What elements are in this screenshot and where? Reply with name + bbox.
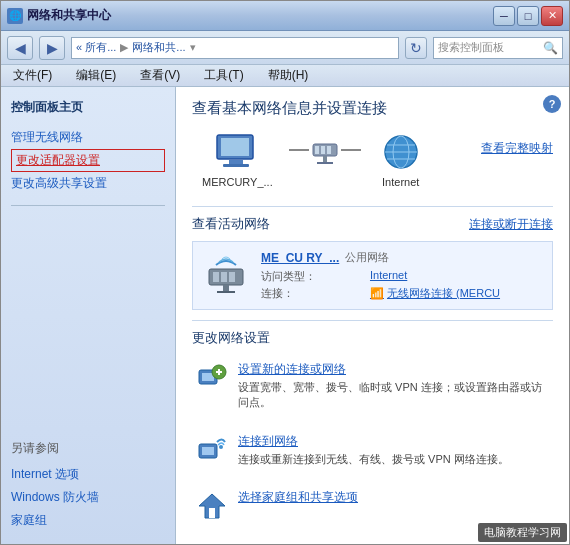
disconnect-link[interactable]: 连接或断开连接 [469, 216, 553, 233]
content-area: ? 查看基本网络信息并设置连接 [176, 87, 569, 544]
search-placeholder: 搜索控制面板 [438, 40, 541, 55]
homegroup-link[interactable]: 选择家庭组和共享选项 [238, 489, 358, 506]
sidebar-divider [11, 205, 165, 206]
svg-rect-6 [321, 146, 325, 154]
connect-network-link[interactable]: 连接到网络 [238, 433, 509, 450]
new-connection-link[interactable]: 设置新的连接或网络 [238, 361, 549, 378]
active-network-info: ME_CU RY_... 公用网络 访问类型： Internet 连接： 📶 无… [261, 250, 544, 301]
address-bar[interactable]: « 所有... ▶ 网络和共... ▾ [71, 37, 399, 59]
device-internet-label: Internet [382, 176, 419, 188]
menu-view[interactable]: 查看(V) [136, 65, 184, 86]
settings-item-2-text: 连接到网络 连接或重新连接到无线、有线、拨号或 VPN 网络连接。 [238, 433, 509, 467]
sidebar-link-adapter[interactable]: 更改适配器设置 [11, 149, 165, 172]
search-icon[interactable]: 🔍 [543, 41, 558, 55]
refresh-button[interactable]: ↻ [405, 37, 427, 59]
content-title: 查看基本网络信息并设置连接 [192, 99, 553, 118]
connection-value[interactable]: 📶 无线网络连接 (MERCU [370, 286, 544, 301]
breadcrumb-all: « 所有... [76, 40, 116, 55]
menu-tools[interactable]: 工具(T) [200, 65, 247, 86]
pc-icon [213, 132, 261, 172]
active-network-icon [201, 250, 251, 294]
svg-rect-5 [315, 146, 319, 154]
active-networks-title: 查看活动网络 [192, 215, 270, 233]
internet-icon [377, 132, 425, 172]
signal-icon: 📶 [370, 287, 384, 300]
minimize-button[interactable]: ─ [493, 6, 515, 26]
forward-button[interactable]: ▶ [39, 36, 65, 60]
connection-value-text: 无线网络连接 (MERCU [387, 286, 500, 301]
svg-rect-3 [223, 164, 249, 167]
active-network-panel: ME_CU RY_... 公用网络 访问类型： Internet 连接： 📶 无… [192, 241, 553, 310]
network-details: 访问类型： Internet 连接： 📶 无线网络连接 (MERCU [261, 269, 544, 301]
window-icon: 🌐 [7, 8, 23, 24]
sidebar-link-sharing[interactable]: 更改高级共享设置 [11, 172, 165, 195]
sidebar-link-wireless[interactable]: 管理无线网络 [11, 126, 165, 149]
settings-item-3: 选择家庭组和共享选项 [192, 483, 553, 527]
network-connector-1 [289, 136, 361, 184]
sidebar-ref-internet[interactable]: Internet 选项 [11, 463, 165, 486]
device-internet: Internet [377, 132, 425, 188]
toolbar: ◀ ▶ « 所有... ▶ 网络和共... ▾ ↻ 搜索控制面板 🔍 [1, 31, 569, 65]
network-diagram: MERCURY_... [192, 132, 435, 188]
divider-1 [192, 206, 553, 207]
menubar: 文件(F) 编辑(E) 查看(V) 工具(T) 帮助(H) [1, 65, 569, 87]
titlebar-left: 🌐 网络和共享中心 [7, 7, 111, 24]
close-button[interactable]: ✕ [541, 6, 563, 26]
svg-rect-9 [317, 162, 333, 164]
main-area: 控制面板主页 管理无线网络 更改适配器设置 更改高级共享设置 另请参阅 Inte… [1, 87, 569, 544]
svg-rect-2 [229, 160, 243, 164]
svg-rect-17 [221, 272, 227, 282]
settings-title: 更改网络设置 [192, 329, 553, 347]
menu-help[interactable]: 帮助(H) [264, 65, 313, 86]
access-type-label: 访问类型： [261, 269, 360, 284]
network-name[interactable]: ME_CU RY_... [261, 251, 339, 265]
window: 🌐 网络和共享中心 ─ □ ✕ ◀ ▶ « 所有... ▶ 网络和共... ▾ … [0, 0, 570, 545]
maximize-button[interactable]: □ [517, 6, 539, 26]
new-connection-icon [196, 361, 228, 393]
connect-network-desc: 连接或重新连接到无线、有线、拨号或 VPN 网络连接。 [238, 453, 509, 465]
connection-label: 连接： [261, 286, 360, 301]
breadcrumb-dropdown[interactable]: ▾ [190, 41, 196, 54]
svg-rect-16 [213, 272, 219, 282]
settings-item-3-text: 选择家庭组和共享选项 [238, 489, 358, 521]
sidebar-section-title: 控制面板主页 [11, 99, 165, 116]
sidebar-ref-title: 另请参阅 [11, 440, 165, 457]
svg-point-28 [219, 445, 223, 449]
active-networks-header: 查看活动网络 连接或断开连接 [192, 215, 553, 233]
connect-network-icon [196, 433, 228, 465]
back-button[interactable]: ◀ [7, 36, 33, 60]
sidebar-ref-firewall[interactable]: Windows 防火墙 [11, 486, 165, 509]
svg-rect-1 [221, 138, 249, 156]
divider-2 [192, 320, 553, 321]
new-connection-desc: 设置宽带、宽带、拨号、临时或 VPN 连接；或设置路由器或访问点。 [238, 381, 542, 408]
breadcrumb-sep1: ▶ [120, 41, 128, 54]
sidebar: 控制面板主页 管理无线网络 更改适配器设置 更改高级共享设置 另请参阅 Inte… [1, 87, 176, 544]
settings-item-2: 连接到网络 连接或重新连接到无线、有线、拨号或 VPN 网络连接。 [192, 427, 553, 473]
settings-item-1: 设置新的连接或网络 设置宽带、宽带、拨号、临时或 VPN 连接；或设置路由器或访… [192, 355, 553, 417]
breadcrumb-current: 网络和共... [132, 40, 185, 55]
homegroup-icon [196, 489, 228, 521]
help-icon[interactable]: ? [543, 95, 561, 113]
search-bar[interactable]: 搜索控制面板 🔍 [433, 37, 563, 59]
settings-item-1-text: 设置新的连接或网络 设置宽带、宽带、拨号、临时或 VPN 连接；或设置路由器或访… [238, 361, 549, 411]
access-type-value: Internet [370, 269, 544, 284]
network-type: 公用网络 [345, 250, 389, 265]
svg-rect-18 [229, 272, 235, 282]
device-pc-label: MERCURY_... [202, 176, 273, 188]
menu-edit[interactable]: 编辑(E) [72, 65, 120, 86]
device-pc: MERCURY_... [202, 132, 273, 188]
menu-file[interactable]: 文件(F) [9, 65, 56, 86]
svg-rect-19 [223, 285, 229, 291]
titlebar: 🌐 网络和共享中心 ─ □ ✕ [1, 1, 569, 31]
svg-rect-8 [323, 156, 327, 162]
view-full-map-link[interactable]: 查看完整映射 [481, 134, 553, 157]
network-name-row: ME_CU RY_... 公用网络 [261, 250, 544, 265]
sidebar-ref-homegroup[interactable]: 家庭组 [11, 509, 165, 532]
svg-rect-20 [217, 291, 235, 293]
svg-rect-27 [202, 447, 214, 455]
titlebar-controls: ─ □ ✕ [493, 6, 563, 26]
svg-rect-7 [327, 146, 331, 154]
window-title: 网络和共享中心 [27, 7, 111, 24]
svg-rect-30 [209, 508, 215, 518]
